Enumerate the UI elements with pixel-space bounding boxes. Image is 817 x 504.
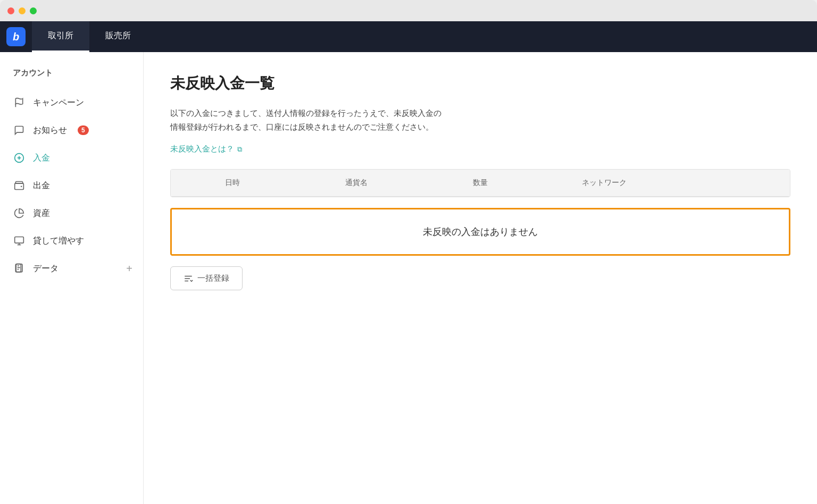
data-plus-icon[interactable]: + <box>126 263 132 275</box>
app-wrapper: b 取引所 販売所 アカウント キャンペーン <box>0 21 817 504</box>
pie-chart-icon <box>13 207 26 220</box>
table-header: 日時 通貨名 数量 ネットワーク <box>171 170 790 197</box>
message-icon <box>13 124 26 137</box>
external-link-icon: ⧉ <box>237 145 242 154</box>
sidebar: アカウント キャンペーン お知らせ 5 <box>0 52 144 504</box>
sidebar-item-campaign[interactable]: キャンペーン <box>0 89 143 116</box>
sidebar-item-news[interactable]: お知らせ 5 <box>0 116 143 144</box>
col-currency: 通貨名 <box>295 170 419 196</box>
col-amount: 数量 <box>419 170 543 196</box>
sidebar-item-withdraw[interactable]: 出金 <box>0 172 143 199</box>
minimize-button[interactable] <box>19 7 26 14</box>
data-table: 日時 通貨名 数量 ネットワーク <box>170 169 790 197</box>
monitor-icon <box>13 234 26 247</box>
nav-tab-exchange[interactable]: 取引所 <box>32 21 89 52</box>
window-chrome <box>0 0 817 21</box>
main-area: アカウント キャンペーン お知らせ 5 <box>0 52 817 504</box>
batch-register-button[interactable]: 一括登録 <box>170 266 243 290</box>
svg-rect-4 <box>15 183 24 190</box>
description-text: 以下の入金につきまして、送付人情報の登録を行ったうえで、未反映入金の 情報登録が… <box>170 106 790 133</box>
plus-circle-icon <box>13 152 26 164</box>
sidebar-item-deposit[interactable]: 入金 <box>0 144 143 172</box>
news-badge: 5 <box>78 125 89 135</box>
file-icon <box>13 262 26 275</box>
sidebar-item-assets[interactable]: 資産 <box>0 199 143 227</box>
svg-rect-6 <box>15 237 24 243</box>
sidebar-item-lend[interactable]: 貸して増やす <box>0 227 143 255</box>
batch-register-icon <box>184 274 193 283</box>
logo-icon: b <box>6 27 26 46</box>
empty-state-row: 未反映の入金はありません <box>170 208 790 256</box>
svg-point-5 <box>21 186 22 187</box>
top-nav: b 取引所 販売所 <box>0 21 817 52</box>
close-button[interactable] <box>7 7 14 14</box>
sidebar-section-title: アカウント <box>0 68 143 89</box>
sidebar-item-data[interactable]: データ + <box>0 255 143 282</box>
maximize-button[interactable] <box>30 7 37 14</box>
info-link[interactable]: 未反映入金とは？ ⧉ <box>170 144 242 154</box>
wallet-icon <box>13 179 26 192</box>
batch-register-area: 一括登録 <box>170 266 790 290</box>
nav-tab-shop[interactable]: 販売所 <box>89 21 147 52</box>
main-content: 未反映入金一覧 以下の入金につきまして、送付人情報の登録を行ったうえで、未反映入… <box>144 52 817 504</box>
nav-logo: b <box>0 21 32 52</box>
flag-icon <box>13 96 26 109</box>
col-datetime: 日時 <box>171 170 295 196</box>
col-network: ネットワーク <box>542 170 666 196</box>
page-title: 未反映入金一覧 <box>170 73 790 94</box>
